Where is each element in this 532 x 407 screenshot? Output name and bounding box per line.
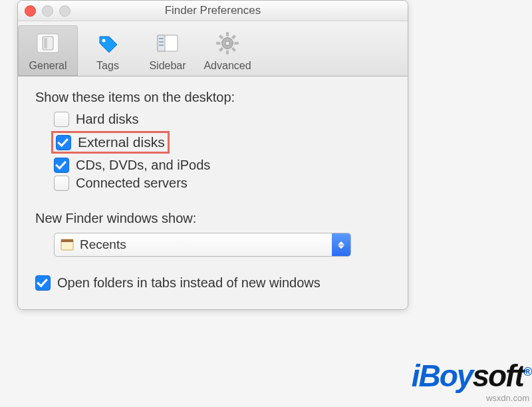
highlighted-option: External disks — [51, 131, 170, 154]
checkbox-icon[interactable] — [54, 112, 69, 127]
close-icon[interactable] — [25, 5, 36, 17]
tab-label: Sidebar — [138, 60, 198, 72]
option-label: External disks — [78, 134, 165, 150]
tab-label: Tags — [78, 60, 138, 72]
new-finder-select[interactable]: Recents — [54, 233, 351, 257]
option-label: Open folders in tabs instead of new wind… — [57, 275, 321, 291]
general-pane: Show these items on the desktop: Hard di… — [18, 76, 408, 309]
gear-icon — [198, 28, 257, 59]
select-value: Recents — [80, 237, 332, 252]
window-title: Finder Preferences — [165, 4, 261, 17]
switch-icon — [18, 28, 78, 59]
recents-icon — [59, 239, 76, 251]
tab-general[interactable]: General — [18, 25, 78, 76]
option-cds-dvds-ipods[interactable]: CDs, DVDs, and iPods — [54, 158, 390, 173]
svg-line-18 — [219, 48, 222, 51]
svg-point-3 — [102, 39, 106, 43]
option-open-in-tabs[interactable]: Open folders in tabs instead of new wind… — [35, 275, 390, 291]
tab-advanced[interactable]: Advanced — [198, 25, 257, 76]
svg-rect-20 — [61, 239, 73, 242]
new-finder-title: New Finder windows show: — [35, 211, 390, 226]
watermark-logo: iBoysoft® — [412, 358, 531, 393]
tab-label: Advanced — [198, 60, 257, 72]
window-controls — [25, 5, 70, 17]
tab-tags[interactable]: Tags — [78, 25, 138, 76]
watermark: iBoysoft® wsxdn.com — [412, 358, 531, 394]
watermark-site: wsxdn.com — [486, 393, 529, 403]
option-connected-servers[interactable]: Connected servers — [54, 176, 390, 191]
option-label: Hard disks — [76, 112, 138, 127]
tab-sidebar[interactable]: Sidebar — [138, 25, 198, 76]
svg-rect-5 — [158, 35, 165, 51]
minimize-icon[interactable] — [42, 5, 53, 17]
svg-line-16 — [232, 48, 235, 51]
tag-icon — [78, 28, 138, 59]
svg-line-17 — [232, 35, 235, 38]
svg-line-15 — [219, 35, 222, 38]
checkbox-icon[interactable] — [56, 135, 71, 150]
svg-rect-2 — [44, 38, 47, 49]
preferences-toolbar: General Tags Sidebar — [18, 21, 408, 76]
checkbox-icon[interactable] — [54, 176, 69, 191]
tab-label: General — [18, 60, 78, 72]
checkbox-icon[interactable] — [35, 275, 51, 291]
sidebar-icon — [138, 28, 198, 59]
svg-point-10 — [225, 41, 229, 45]
preferences-window: Finder Preferences General Tags — [17, 0, 408, 310]
option-label: CDs, DVDs, and iPods — [76, 158, 210, 173]
option-label: Connected servers — [76, 176, 188, 191]
option-hard-disks[interactable]: Hard disks — [54, 112, 390, 127]
zoom-icon[interactable] — [59, 5, 70, 17]
chevron-up-down-icon — [332, 233, 350, 256]
titlebar: Finder Preferences — [18, 1, 408, 21]
desktop-items-title: Show these items on the desktop: — [35, 90, 390, 105]
checkbox-icon[interactable] — [54, 158, 69, 173]
